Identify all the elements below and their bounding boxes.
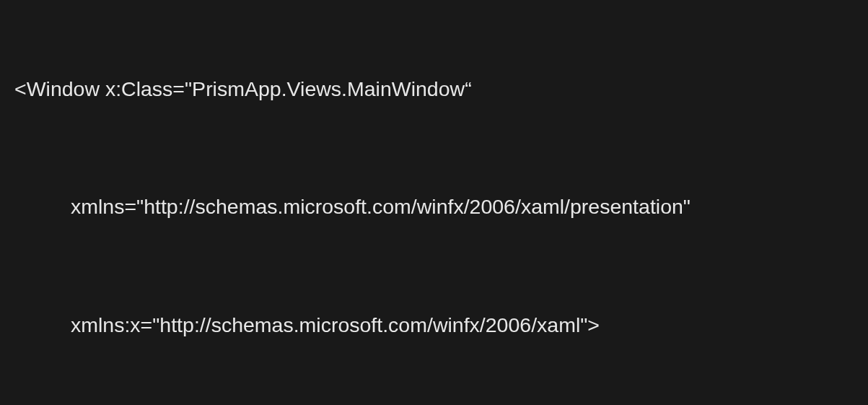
code-line: xmlns:x="http://schemas.microsoft.com/wi… xyxy=(14,311,854,340)
code-line: <Window x:Class="PrismApp.Views.MainWind… xyxy=(14,75,854,104)
code-line: xmlns="http://schemas.microsoft.com/winf… xyxy=(14,193,854,222)
xaml-code-snippet: <Window x:Class="PrismApp.Views.MainWind… xyxy=(14,17,854,405)
